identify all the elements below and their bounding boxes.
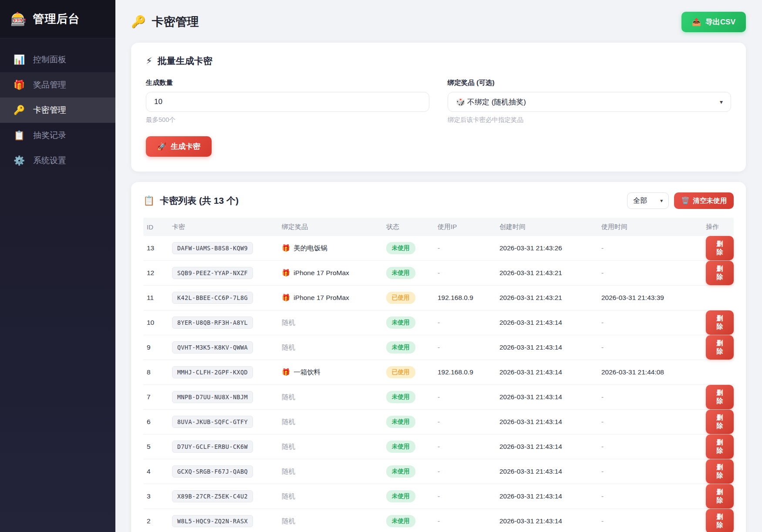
row-actions: 删除 bbox=[702, 509, 734, 532]
used-ip: - bbox=[434, 443, 496, 451]
brand: 🎰 管理后台 bbox=[0, 0, 115, 38]
card-code: 8YER-U8QB-RF3H-A8YL bbox=[172, 317, 253, 329]
delete-button[interactable]: 删除 bbox=[706, 459, 734, 484]
row-id: 10 bbox=[143, 319, 169, 327]
quantity-field-group: 生成数量 最多500个 🚀 生成卡密 bbox=[146, 78, 429, 157]
list-title-text: 卡密列表 (共 13 个) bbox=[160, 195, 239, 207]
generate-card-title: ⚡ 批量生成卡密 bbox=[146, 55, 731, 67]
column-header: 使用IP bbox=[434, 223, 496, 231]
gift-icon: 🎁 bbox=[282, 368, 290, 376]
generate-label: 生成卡密 bbox=[171, 141, 200, 152]
delete-button[interactable]: 删除 bbox=[706, 410, 734, 434]
row-id: 4 bbox=[143, 468, 169, 475]
column-header: 创建时间 bbox=[496, 223, 598, 231]
row-actions: 删除 bbox=[702, 335, 734, 360]
delete-button[interactable]: 删除 bbox=[706, 385, 734, 409]
used-ip: - bbox=[434, 269, 496, 277]
column-header: ID bbox=[143, 223, 169, 231]
quantity-label: 生成数量 bbox=[146, 78, 429, 88]
delete-button[interactable]: 删除 bbox=[706, 261, 734, 285]
prize-cell: 随机 bbox=[278, 442, 383, 451]
clear-unused-button[interactable]: 🗑️ 清空未使用 bbox=[674, 192, 734, 209]
sidebar: 🎰 管理后台 📊 控制面板 🎁 奖品管理 🔑 卡密管理 📋 抽奖记录 ⚙️ 系统… bbox=[0, 0, 115, 532]
delete-button[interactable]: 删除 bbox=[706, 434, 734, 459]
list-title: 📋 卡密列表 (共 13 个) bbox=[143, 195, 239, 207]
cards-icon: 🔑 bbox=[13, 105, 25, 115]
rocket-icon: 🚀 bbox=[157, 142, 166, 151]
row-actions: 删除 bbox=[702, 236, 734, 260]
table-body: 13 DAFW-UAMS-B8S8-KQW9 🎁 美的电饭锅 未使用 - 202… bbox=[143, 236, 734, 532]
page-header: 🔑 卡密管理 📤 导出CSV bbox=[131, 10, 746, 34]
delete-button[interactable]: 删除 bbox=[706, 484, 734, 508]
used-time: - bbox=[598, 418, 702, 426]
card-code: 8UVA-JKUB-SQFC-GTFY bbox=[172, 416, 253, 428]
card-code: MNPB-D7UU-NU8X-NBJM bbox=[172, 391, 253, 403]
list-controls: 全部 ▾ 🗑️ 清空未使用 bbox=[627, 192, 734, 209]
row-actions: 删除 bbox=[702, 261, 734, 285]
created-time: 2026-03-31 21:43:14 bbox=[496, 393, 598, 401]
used-time: - bbox=[598, 468, 702, 475]
sidebar-item-cards[interactable]: 🔑 卡密管理 bbox=[0, 98, 115, 123]
status-badge: 未使用 bbox=[386, 441, 415, 453]
prize-cell: 🎁 iPhone 17 ProMax bbox=[278, 269, 383, 277]
generate-cards-button[interactable]: 🚀 生成卡密 bbox=[146, 136, 212, 157]
prize-cell: 随机 bbox=[278, 418, 383, 427]
prize-name: 随机 bbox=[282, 467, 295, 476]
prize-select[interactable]: 🎲 不绑定 (随机抽奖) ▾ bbox=[448, 92, 731, 112]
table-row: 10 8YER-U8QB-RF3H-A8YL 随机 未使用 - 2026-03-… bbox=[143, 310, 734, 335]
sidebar-item-prizes[interactable]: 🎁 奖品管理 bbox=[0, 72, 115, 98]
table-row: 13 DAFW-UAMS-B8S8-KQW9 🎁 美的电饭锅 未使用 - 202… bbox=[143, 236, 734, 261]
prize-name: 随机 bbox=[282, 418, 295, 427]
card-code: MMHJ-CLFH-2GPF-KXQD bbox=[172, 366, 253, 378]
prize-cell: 随机 bbox=[278, 492, 383, 501]
generate-card-title-text: 批量生成卡密 bbox=[158, 55, 212, 67]
gift-icon: 🎁 bbox=[282, 269, 290, 277]
sidebar-item-records[interactable]: 📋 抽奖记录 bbox=[0, 123, 115, 148]
created-time: 2026-03-31 21:43:14 bbox=[496, 343, 598, 351]
status-filter-select[interactable]: 全部 ▾ bbox=[627, 192, 669, 209]
prize-name: 随机 bbox=[282, 517, 295, 526]
sidebar-item-label: 系统设置 bbox=[33, 155, 66, 166]
delete-button[interactable]: 删除 bbox=[706, 310, 734, 335]
created-time: 2026-03-31 21:43:14 bbox=[496, 517, 598, 525]
delete-button[interactable]: 删除 bbox=[706, 335, 734, 360]
quantity-input[interactable] bbox=[146, 92, 429, 112]
sidebar-item-label: 控制面板 bbox=[33, 54, 66, 65]
row-id: 8 bbox=[143, 368, 169, 376]
delete-button[interactable]: 删除 bbox=[706, 509, 734, 532]
export-csv-button[interactable]: 📤 导出CSV bbox=[681, 12, 746, 32]
records-icon: 📋 bbox=[13, 130, 25, 141]
sidebar-item-dashboard[interactable]: 📊 控制面板 bbox=[0, 47, 115, 72]
used-time: - bbox=[598, 269, 702, 277]
row-actions: 删除 bbox=[702, 434, 734, 459]
table-row: 12 SQB9-PEEZ-YYAP-NXZF 🎁 iPhone 17 ProMa… bbox=[143, 261, 734, 286]
prize-cell: 🎁 美的电饭锅 bbox=[278, 244, 383, 253]
table-row: 11 K42L-BBEE-CC6P-7L8G 🎁 iPhone 17 ProMa… bbox=[143, 286, 734, 310]
used-time: - bbox=[598, 319, 702, 327]
used-ip: - bbox=[434, 468, 496, 475]
status-badge: 已使用 bbox=[386, 366, 415, 378]
status-badge: 未使用 bbox=[386, 391, 415, 403]
used-ip: 192.168.0.9 bbox=[434, 294, 496, 302]
sidebar-item-label: 抽奖记录 bbox=[33, 130, 66, 141]
used-time: - bbox=[598, 443, 702, 451]
status-badge: 未使用 bbox=[386, 317, 415, 329]
prize-cell: 随机 bbox=[278, 343, 383, 352]
status-badge: 未使用 bbox=[386, 242, 415, 254]
list-header: 📋 卡密列表 (共 13 个) 全部 ▾ 🗑️ 清空未使用 bbox=[143, 192, 734, 209]
used-time: - bbox=[598, 492, 702, 500]
table-row: 5 D7UY-GCLF-ERBU-CK6W 随机 未使用 - 2026-03-3… bbox=[143, 434, 734, 459]
chevron-down-icon: ▾ bbox=[720, 98, 723, 105]
column-header: 状态 bbox=[383, 223, 434, 231]
sidebar-item-settings[interactable]: ⚙️ 系统设置 bbox=[0, 148, 115, 173]
row-actions: 删除 bbox=[702, 484, 734, 508]
row-id: 6 bbox=[143, 418, 169, 426]
card-code: SQB9-PEEZ-YYAP-NXZF bbox=[172, 267, 253, 279]
page-title: 🔑 卡密管理 bbox=[131, 14, 199, 30]
generate-form: 生成数量 最多500个 🚀 生成卡密 绑定奖品 (可选) 🎲 不绑定 (随机抽奖… bbox=[146, 78, 731, 157]
prize-cell: 随机 bbox=[278, 517, 383, 526]
table-row: 9 QVHT-M3K5-K8KV-QWWA 随机 未使用 - 2026-03-3… bbox=[143, 335, 734, 360]
export-label: 导出CSV bbox=[705, 17, 735, 27]
sidebar-item-label: 奖品管理 bbox=[33, 79, 66, 91]
delete-button[interactable]: 删除 bbox=[706, 236, 734, 260]
